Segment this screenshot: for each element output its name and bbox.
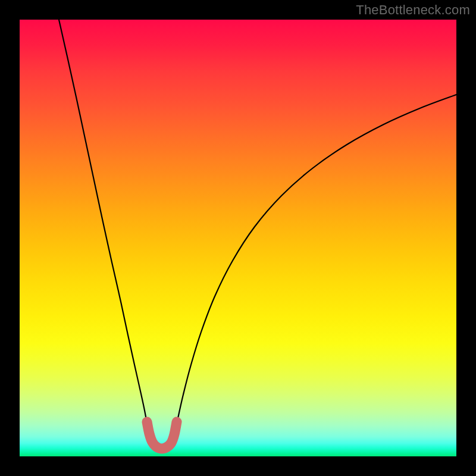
series-right-ascending-curve bbox=[174, 95, 456, 436]
curves-svg bbox=[20, 20, 456, 456]
chart-frame: TheBottleneck.com bbox=[0, 0, 476, 476]
series-group bbox=[59, 20, 456, 449]
series-left-descending-curve bbox=[59, 20, 149, 436]
plot-area bbox=[20, 20, 456, 456]
watermark-text: TheBottleneck.com bbox=[356, 2, 470, 18]
series-bottom-u-highlight bbox=[147, 422, 177, 449]
